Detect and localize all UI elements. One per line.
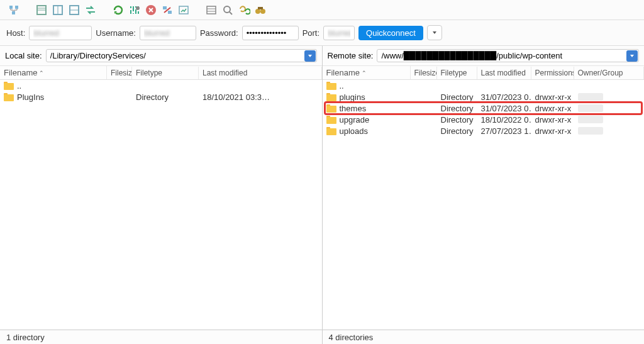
- svg-rect-21: [258, 7, 263, 9]
- port-input[interactable]: [323, 26, 355, 40]
- main-toolbar: [0, 0, 644, 20]
- remote-footer-status: 4 directories: [323, 330, 645, 344]
- connection-bar: Host: Username: Password: Port: Quickcon…: [0, 20, 644, 46]
- local-header-filename[interactable]: Filename ⌃: [0, 66, 107, 79]
- queue-icon[interactable]: [204, 3, 219, 18]
- remote-panel: Remote site: Filename ⌃ Filesize Filetyp…: [323, 46, 645, 330]
- reconnect-icon[interactable]: [176, 3, 191, 18]
- local-footer-status: 1 directory: [0, 330, 323, 344]
- file-type: Directory: [437, 115, 477, 125]
- host-label: Host:: [6, 28, 25, 38]
- file-modified: 18/10/2022 0…: [477, 115, 531, 125]
- svg-rect-0: [9, 6, 13, 9]
- svg-rect-12: [163, 6, 167, 9]
- panel-layout-icon[interactable]: [50, 3, 65, 18]
- table-row[interactable]: PlugInsDirectory18/10/2021 03:3…: [0, 91, 322, 103]
- local-path-input[interactable]: [46, 49, 317, 62]
- compare-icon[interactable]: [236, 3, 252, 18]
- local-site-label: Local site:: [5, 51, 42, 60]
- file-modified: 18/10/2021 03:3…: [199, 92, 322, 102]
- username-input[interactable]: [140, 26, 196, 40]
- file-name: plugins: [340, 92, 365, 102]
- username-label: Username:: [96, 28, 136, 38]
- local-header-modified[interactable]: Last modified: [199, 67, 322, 79]
- file-permissions: drwxr-xr-x: [531, 104, 574, 113]
- svg-point-18: [224, 6, 230, 13]
- folder-icon: [326, 127, 336, 135]
- sort-arrow-icon: ⌃: [362, 70, 367, 76]
- file-owner: [574, 104, 645, 112]
- table-row[interactable]: themesDirectory31/07/2023 0…drwxr-xr-x: [323, 103, 645, 114]
- local-path-dropdown[interactable]: [304, 50, 316, 62]
- remote-file-list[interactable]: ..pluginsDirectory31/07/2023 0…drwxr-xr-…: [323, 80, 645, 330]
- table-row[interactable]: uploadsDirectory27/07/2023 1…drwxr-xr-x: [323, 125, 645, 136]
- host-input[interactable]: [29, 26, 92, 40]
- table-row[interactable]: pluginsDirectory31/07/2023 0…drwxr-xr-x: [323, 91, 645, 103]
- remote-header-filetype[interactable]: Filetype: [437, 67, 477, 79]
- folder-icon: [326, 116, 336, 124]
- table-row[interactable]: ..: [0, 80, 322, 91]
- password-input[interactable]: [242, 26, 299, 40]
- file-owner: [574, 127, 645, 135]
- local-file-list[interactable]: ..PlugInsDirectory18/10/2021 03:3…: [0, 80, 322, 330]
- file-owner: [574, 93, 645, 101]
- quickconnect-history-button[interactable]: [427, 25, 442, 40]
- svg-rect-1: [15, 6, 18, 9]
- local-panel: Local site: Filename ⌃ Filesize Filetype…: [0, 46, 323, 330]
- filter-icon[interactable]: [127, 3, 142, 18]
- panel-layout-icon[interactable]: [34, 3, 49, 18]
- password-label: Password:: [200, 28, 238, 38]
- folder-icon: [326, 104, 336, 113]
- folder-icon: [326, 82, 336, 90]
- sync-browse-icon[interactable]: [83, 3, 98, 18]
- file-name: upgrade: [340, 115, 370, 125]
- remote-site-label: Remote site:: [328, 51, 374, 60]
- file-name: ..: [17, 81, 21, 91]
- cancel-icon[interactable]: [143, 3, 158, 18]
- svg-point-20: [260, 9, 265, 14]
- local-column-headers: Filename ⌃ Filesize Filetype Last modifi…: [0, 66, 322, 80]
- file-name: PlugIns: [17, 92, 44, 102]
- binoculars-icon[interactable]: [253, 3, 268, 18]
- svg-rect-13: [168, 11, 172, 14]
- file-modified: 27/07/2023 1…: [477, 126, 531, 136]
- folder-icon: [326, 93, 336, 101]
- folder-icon: [4, 93, 14, 101]
- sitemanager-icon[interactable]: [6, 3, 21, 18]
- status-footer: 1 directory 4 directories: [0, 330, 644, 344]
- local-header-filesize[interactable]: Filesize: [107, 67, 132, 79]
- sort-arrow-icon: ⌃: [39, 70, 44, 76]
- local-header-filetype[interactable]: Filetype: [132, 67, 199, 79]
- remote-header-modified[interactable]: Last modified: [477, 67, 531, 79]
- remote-header-filesize[interactable]: Filesize: [411, 67, 437, 79]
- folder-icon: [4, 82, 14, 90]
- remote-header-owner[interactable]: Owner/Group: [574, 67, 645, 79]
- file-owner: [574, 116, 645, 123]
- search-icon[interactable]: [220, 3, 235, 18]
- table-row[interactable]: upgradeDirectory18/10/2022 0…drwxr-xr-x: [323, 114, 645, 125]
- svg-rect-2: [12, 11, 15, 14]
- file-type: Directory: [132, 92, 199, 102]
- remote-header-filename[interactable]: Filename ⌃: [323, 66, 411, 79]
- svg-point-19: [255, 9, 260, 14]
- file-type: Directory: [437, 92, 477, 102]
- file-permissions: drwxr-xr-x: [531, 115, 574, 125]
- file-permissions: drwxr-xr-x: [531, 126, 574, 136]
- remote-path-input[interactable]: [377, 49, 639, 62]
- file-type: Directory: [437, 104, 477, 113]
- remote-column-headers: Filename ⌃ Filesize Filetype Last modifi…: [323, 66, 645, 80]
- remote-header-permissions[interactable]: Permissions: [531, 67, 574, 79]
- panel-layout-icon[interactable]: [67, 3, 82, 18]
- refresh-icon[interactable]: [111, 3, 126, 18]
- file-permissions: drwxr-xr-x: [531, 92, 574, 102]
- remote-path-dropdown[interactable]: [626, 50, 638, 62]
- file-modified: 31/07/2023 0…: [477, 92, 531, 102]
- file-name: uploads: [340, 126, 369, 136]
- file-name: ..: [340, 81, 344, 91]
- svg-point-10: [136, 6, 140, 10]
- file-modified: 31/07/2023 0…: [477, 104, 531, 113]
- table-row[interactable]: ..: [323, 80, 645, 91]
- quickconnect-button[interactable]: Quickconnect: [358, 26, 423, 40]
- disconnect-icon[interactable]: [160, 3, 175, 18]
- file-type: Directory: [437, 126, 477, 136]
